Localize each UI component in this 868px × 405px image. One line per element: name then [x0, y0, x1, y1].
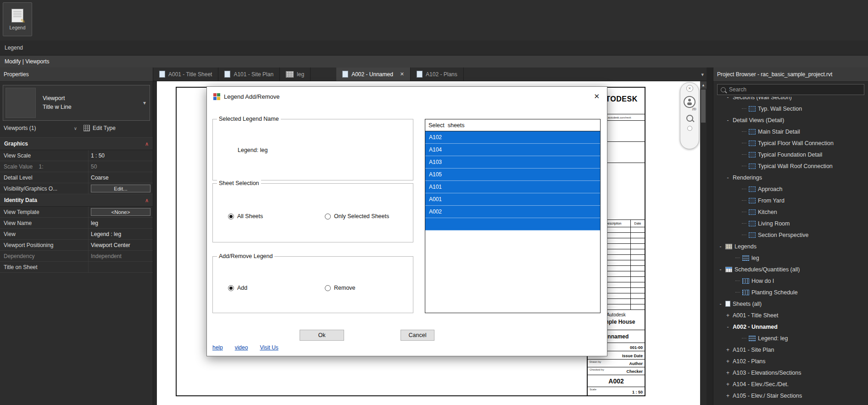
type-selector[interactable]: Viewport Title w Line ▾ [3, 85, 150, 121]
tree-item[interactable]: +A101 - Site Plan [713, 344, 868, 355]
sheet-list-item[interactable] [425, 218, 600, 231]
radio-option[interactable]: Only Selected Sheets [325, 213, 389, 219]
tree-item[interactable]: leg [713, 252, 868, 264]
doc-tab[interactable]: A002 - Unnamed✕ [336, 68, 411, 81]
expander-plus-icon[interactable]: + [725, 370, 730, 376]
expander-minus-icon[interactable]: - [718, 301, 723, 307]
scroll-up-icon[interactable]: ▲ [700, 81, 707, 89]
tree-item[interactable]: Approach [713, 183, 868, 195]
tree-item[interactable]: -Sheets (all) [713, 298, 868, 309]
tree-item[interactable]: +A104 - Elev./Sec./Det. [713, 378, 868, 390]
link-video[interactable]: video [235, 344, 248, 351]
cancel-button[interactable]: Cancel [401, 330, 434, 341]
property-value[interactable]: Coarse [89, 172, 153, 183]
sheet-list-item[interactable]: A105 [425, 169, 600, 181]
expander-minus-icon[interactable]: - [718, 266, 723, 273]
tree-item[interactable]: Main Stair Detail [713, 126, 868, 137]
property-value[interactable] [89, 262, 153, 272]
navbar-options-icon[interactable] [687, 126, 692, 131]
tree-item[interactable]: -Schedules/Quantities (all) [713, 264, 868, 275]
scrollbar-thumb[interactable] [701, 90, 706, 123]
radio-option[interactable]: All Sheets [228, 213, 263, 219]
tree-item[interactable]: -A002 - Unnamed [713, 321, 868, 332]
sheet-list-item[interactable]: A103 [425, 156, 600, 169]
radio-icon[interactable] [228, 285, 234, 291]
tree-item[interactable]: -Sections (Wall Section) [713, 97, 868, 103]
close-icon[interactable]: ✕ [594, 92, 600, 101]
sheet-list-item[interactable]: A102 [425, 131, 600, 144]
project-browser-header[interactable]: Project Browser - rac_basic_sample_proje… [713, 68, 868, 82]
tree-item[interactable]: Living Room [713, 218, 868, 229]
expander-plus-icon[interactable]: + [725, 393, 730, 399]
link-visit-us[interactable]: Visit Us [260, 344, 278, 351]
tree-item[interactable]: Typical Foundation Detail [713, 149, 868, 160]
tree-item[interactable]: -Detail Views (Detail) [713, 114, 868, 126]
tab-list-dropdown-icon[interactable]: ▾ [701, 68, 704, 81]
ok-button[interactable]: Ok [300, 330, 344, 341]
value-button[interactable]: <None> [91, 208, 150, 216]
tree-item[interactable]: From Yard [713, 195, 868, 206]
navbar-close-icon[interactable]: ✕ [686, 85, 693, 92]
property-value[interactable]: Viewport Center [89, 240, 153, 250]
tree-item[interactable]: +A105 - Elev./ Stair Sections [713, 390, 868, 401]
tree-item[interactable]: -Renderings [713, 172, 868, 183]
zoom-icon[interactable] [686, 115, 693, 122]
sheet-list-item[interactable]: A101 [425, 181, 600, 193]
property-value[interactable]: 50 [89, 161, 153, 172]
radio-option[interactable]: Add [228, 285, 247, 291]
radio-icon[interactable] [228, 214, 234, 219]
property-value[interactable]: Edit... [89, 183, 153, 194]
tree-item[interactable]: +A102 - Plans [713, 355, 868, 367]
link-help[interactable]: help [212, 344, 223, 351]
tree-item[interactable]: +A103 - Elevations/Sections [713, 367, 868, 378]
property-section-header[interactable]: Graphics∧ [0, 138, 153, 150]
edit-type-button[interactable]: Edit Type [83, 125, 116, 131]
expander-minus-icon[interactable]: - [725, 97, 730, 101]
expander-minus-icon[interactable]: - [718, 243, 723, 250]
radio-icon[interactable] [325, 285, 331, 291]
tree-item[interactable]: Legend: leg [713, 332, 868, 344]
doc-tab[interactable]: A102 - Plans [411, 68, 464, 81]
property-value[interactable]: Legend : leg [89, 229, 153, 239]
radio-icon[interactable] [325, 214, 331, 219]
steering-wheel-icon[interactable] [684, 96, 696, 108]
expander-minus-icon[interactable]: - [725, 174, 730, 181]
radio-option[interactable]: Remove [325, 285, 356, 291]
canvas-scrollbar[interactable]: ▲ [700, 81, 707, 405]
type-selector-dropdown-icon[interactable]: ▾ [139, 100, 150, 106]
dialog-titlebar[interactable]: Legend Add/Remove ✕ [207, 87, 607, 106]
tree-item[interactable]: +A001 - Title Sheet [713, 309, 868, 321]
property-value[interactable]: Independent [89, 251, 153, 261]
tree-item[interactable]: Typical Floor Wall Connection [713, 137, 868, 149]
sheet-list-item[interactable]: A104 [425, 144, 600, 156]
tree-item[interactable]: How do I [713, 275, 868, 287]
tree-item[interactable]: Kitchen [713, 206, 868, 218]
tree-item[interactable]: Typical Wall Roof Connection [713, 160, 868, 172]
expander-plus-icon[interactable]: + [725, 347, 730, 353]
doc-tab[interactable]: leg [280, 68, 311, 81]
panel-splitter[interactable] [707, 68, 713, 405]
viewports-filter-combo[interactable]: Viewports (1) ∨ [4, 125, 77, 131]
expander-minus-icon[interactable]: - [725, 117, 730, 124]
close-tab-icon[interactable]: ✕ [400, 71, 404, 77]
property-section-header[interactable]: Identity Data∧ [0, 194, 153, 207]
doc-tab[interactable]: A001 - Title Sheet [153, 68, 218, 81]
expander-plus-icon[interactable]: + [725, 381, 730, 388]
expander-plus-icon[interactable]: + [725, 312, 730, 319]
tree-item[interactable]: Section Perspective [713, 229, 868, 241]
collapse-chevron-icon[interactable]: ∧ [145, 141, 149, 147]
search-input[interactable]: Search [717, 84, 864, 95]
value-button[interactable]: Edit... [91, 185, 150, 192]
legend-tool-button[interactable]: Legend [3, 2, 32, 36]
sheet-list-item[interactable]: A001 [425, 193, 600, 206]
property-value[interactable]: leg [89, 218, 153, 228]
tree-item[interactable]: Planting Schedule [713, 287, 868, 298]
doc-tab[interactable]: A101 - Site Plan [218, 68, 280, 81]
property-value[interactable]: 1 : 50 [89, 150, 153, 161]
expander-plus-icon[interactable]: + [725, 358, 730, 365]
tree-item[interactable]: -Legends [713, 241, 868, 252]
select-sheets-list[interactable]: Select sheets A102A104A103A105A101A001A0… [425, 119, 601, 313]
collapse-chevron-icon[interactable]: ∧ [145, 197, 149, 203]
modify-context-bar[interactable]: Modify | Viewports [0, 56, 868, 68]
tree-item[interactable]: Typ. Wall Section [713, 103, 868, 114]
